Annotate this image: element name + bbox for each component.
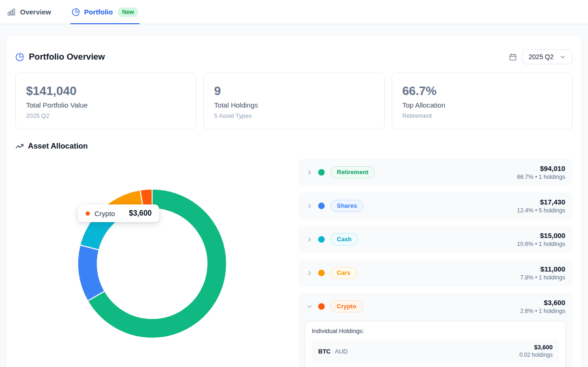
chevron-down-icon[interactable] bbox=[306, 303, 313, 310]
tab-overview-label: Overview bbox=[20, 8, 51, 16]
pie-chart-icon bbox=[72, 8, 80, 16]
allocation-meta: 10.6% • 1 holdings bbox=[517, 241, 565, 247]
tab-portfolio-label: Portfolio bbox=[84, 8, 113, 16]
stat-value: 66.7% bbox=[402, 85, 562, 97]
stat-card-total-holdings: 9 Total Holdings 5 Asset Types bbox=[203, 73, 384, 129]
category-color-dot bbox=[318, 169, 325, 176]
allocation-meta: 2.6% • 1 holdings bbox=[520, 308, 565, 314]
holding-row-btc: BTCAUD$3,6000.02 holdings bbox=[312, 340, 559, 362]
pie-chart-icon bbox=[15, 53, 24, 61]
allocation-row-header-cars[interactable]: Cars$11,0007.8% • 1 holdings bbox=[298, 259, 573, 286]
category-color-dot bbox=[318, 236, 325, 243]
allocation-amounts: $17,43012.4% • 5 holdings bbox=[517, 198, 565, 214]
category-pill-cash[interactable]: Cash bbox=[330, 233, 358, 246]
category-pill-shares[interactable]: Shares bbox=[330, 200, 363, 212]
new-badge: New bbox=[118, 7, 138, 17]
donut-chart[interactable] bbox=[73, 184, 231, 343]
tab-overview[interactable]: Overview bbox=[6, 0, 53, 24]
allocation-amounts: $11,0007.8% • 1 holdings bbox=[520, 265, 565, 281]
holding-symbol: BTC bbox=[318, 348, 331, 355]
stat-sub: 5 Asset Types bbox=[214, 112, 374, 119]
chevron-right-icon[interactable] bbox=[306, 203, 313, 210]
holding-value: $3,600 bbox=[520, 344, 553, 351]
allocation-list: Retirement$94,01066.7% • 1 holdingsShare… bbox=[298, 159, 573, 367]
stat-sub: 2025 Q2 bbox=[26, 112, 186, 119]
stat-card-top-allocation: 66.7% Top Allocation Retirement bbox=[392, 73, 573, 129]
category-pill-cars[interactable]: Cars bbox=[330, 267, 357, 279]
stat-label: Top Allocation bbox=[402, 101, 562, 109]
allocation-row-header-cash[interactable]: Cash$15,00010.6% • 1 holdings bbox=[298, 226, 573, 253]
holding-identity: BTCAUD bbox=[318, 347, 347, 355]
stat-card-total-value: $141,040 Total Portfolio Value 2025 Q2 bbox=[15, 73, 196, 129]
allocation-value: $15,000 bbox=[517, 231, 565, 239]
allocation-value: $3,600 bbox=[520, 299, 565, 306]
chevron-right-icon[interactable] bbox=[306, 270, 313, 277]
individual-holdings-card: Individual Holdings:BTCAUD$3,6000.02 hol… bbox=[305, 321, 566, 367]
bar-chart-icon bbox=[7, 7, 16, 16]
asset-allocation-content: Crypto $3,600 Retirement$94,01066.7% • 1… bbox=[15, 159, 573, 367]
calendar-icon bbox=[509, 53, 517, 61]
donut-chart-pane: Crypto $3,600 bbox=[15, 159, 298, 354]
stat-sub: Retirement bbox=[402, 112, 562, 119]
period-selector-value: 2025 Q2 bbox=[528, 53, 554, 61]
allocation-row-shares: Shares$17,43012.4% • 5 holdings bbox=[298, 192, 573, 219]
category-color-dot bbox=[318, 270, 325, 276]
holding-currency: AUD bbox=[335, 348, 347, 355]
stats-row: $141,040 Total Portfolio Value 2025 Q2 9… bbox=[15, 73, 573, 129]
allocation-value: $17,430 bbox=[517, 198, 565, 206]
category-pill-crypto[interactable]: Crypto bbox=[330, 300, 363, 313]
allocation-meta: 66.7% • 1 holdings bbox=[517, 174, 565, 180]
period-selector[interactable]: 2025 Q2 bbox=[522, 49, 573, 64]
stat-label: Total Portfolio Value bbox=[26, 101, 186, 109]
allocation-row-retirement: Retirement$94,01066.7% • 1 holdings bbox=[298, 159, 573, 186]
individual-holdings-title: Individual Holdings: bbox=[312, 327, 559, 334]
allocation-row-crypto: Crypto$3,6002.6% • 1 holdingsIndividual … bbox=[298, 293, 573, 367]
chevron-right-icon[interactable] bbox=[306, 169, 313, 176]
allocation-row-header-retirement[interactable]: Retirement$94,01066.7% • 1 holdings bbox=[298, 159, 573, 186]
holding-amounts: $3,6000.02 holdings bbox=[520, 344, 553, 358]
chevron-down-icon bbox=[559, 54, 566, 61]
section-header: Asset Allocation bbox=[15, 142, 573, 150]
allocation-meta: 12.4% • 5 holdings bbox=[517, 207, 565, 214]
allocation-value: $11,000 bbox=[520, 265, 565, 273]
holding-meta: 0.02 holdings bbox=[520, 352, 553, 358]
allocation-row-cash: Cash$15,00010.6% • 1 holdings bbox=[298, 226, 573, 253]
section-title: Asset Allocation bbox=[28, 142, 88, 150]
category-color-dot bbox=[318, 203, 325, 209]
allocation-meta: 7.8% • 1 holdings bbox=[520, 274, 565, 281]
stat-label: Total Holdings bbox=[214, 101, 374, 109]
stat-value: 9 bbox=[214, 85, 374, 97]
tab-portfolio[interactable]: Portfolio New bbox=[70, 0, 140, 24]
category-pill-retirement[interactable]: Retirement bbox=[330, 166, 375, 179]
allocation-row-header-crypto[interactable]: Crypto$3,6002.6% • 1 holdings bbox=[298, 293, 573, 320]
allocation-amounts: $94,01066.7% • 1 holdings bbox=[517, 164, 565, 180]
top-nav: Overview Portfolio New bbox=[0, 0, 588, 24]
allocation-row-header-shares[interactable]: Shares$17,43012.4% • 5 holdings bbox=[298, 192, 573, 219]
page-title: Portfolio Overview bbox=[29, 52, 105, 62]
trending-up-icon bbox=[15, 142, 24, 150]
allocation-amounts: $3,6002.6% • 1 holdings bbox=[520, 299, 565, 314]
allocation-row-cars: Cars$11,0007.8% • 1 holdings bbox=[298, 259, 573, 286]
card-header: Portfolio Overview 2025 Q2 bbox=[15, 49, 573, 64]
stat-value: $141,040 bbox=[26, 85, 186, 97]
portfolio-overview-card: Portfolio Overview 2025 Q2 $141,040 Tota… bbox=[6, 35, 582, 367]
category-color-dot bbox=[318, 303, 325, 310]
allocation-value: $94,010 bbox=[517, 164, 565, 172]
chevron-right-icon[interactable] bbox=[306, 236, 313, 243]
donut-slice-shares[interactable] bbox=[78, 245, 105, 301]
allocation-amounts: $15,00010.6% • 1 holdings bbox=[517, 231, 565, 247]
